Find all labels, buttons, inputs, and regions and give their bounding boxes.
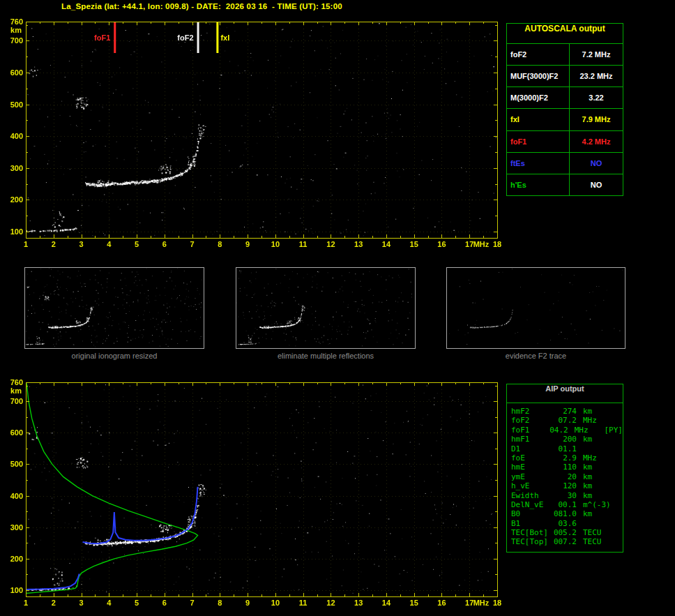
aip-row: foF104.2MHz[PY] xyxy=(511,426,623,435)
autoscala-row-label: ftEs xyxy=(507,153,570,174)
aip-row-extra xyxy=(616,435,617,444)
aip-row-unit: km xyxy=(577,472,616,481)
aip-row-extra xyxy=(616,472,617,481)
aip-row-unit: km xyxy=(577,509,616,518)
aip-row: TEC[Bot]005.2TECU xyxy=(511,528,623,537)
aip-row-unit: TECU xyxy=(577,528,616,537)
autoscala-row-label: M(3000)F2 xyxy=(507,87,570,108)
autoscala-row-value: NO xyxy=(570,153,623,174)
autoscala-row-value: NO xyxy=(570,174,623,195)
autoscala-row: h'Es NO xyxy=(507,174,623,195)
aip-row-unit: km xyxy=(577,491,616,500)
aip-row: hmF1200km xyxy=(511,435,623,444)
thumbnail-evidence-f2-trace xyxy=(446,267,625,349)
aip-row-unit: TECU xyxy=(577,537,616,546)
aip-row-name: B1 xyxy=(511,519,552,528)
aip-row-value: 00.1 xyxy=(552,500,577,509)
aip-row-name: hmF2 xyxy=(511,407,552,416)
top-ionogram-chart xyxy=(0,14,505,260)
thumbnail-caption: eliminate multiple reflections xyxy=(236,352,416,360)
aip-row-extra xyxy=(616,416,617,425)
autoscala-screen: La_Spezia (lat: +44.1, lon: 009.8) - DAT… xyxy=(0,0,675,616)
aip-row-extra xyxy=(616,500,617,509)
aip-row-unit xyxy=(577,519,616,528)
aip-row: TEC[Top]007.2TECU xyxy=(511,537,623,546)
autoscala-row-value: 4.2 MHz xyxy=(570,131,623,152)
autoscala-row: M(3000)F2 3.22 xyxy=(507,87,623,108)
autoscala-row: foF1 4.2 MHz xyxy=(507,130,623,152)
aip-row-value: 20 xyxy=(552,472,577,481)
aip-row-name: hmF1 xyxy=(511,435,552,444)
aip-row-extra xyxy=(616,407,617,416)
aip-row-name: foF2 xyxy=(511,416,552,425)
autoscala-row-value: 7.2 MHz xyxy=(570,44,623,65)
aip-row: D101.1 xyxy=(511,444,623,453)
aip-row: B103.6 xyxy=(511,519,623,528)
aip-row-extra xyxy=(616,537,617,546)
aip-row-name: ymE xyxy=(511,472,552,481)
aip-row-unit: km xyxy=(577,407,616,416)
autoscala-row-value: 23.2 MHz xyxy=(570,66,623,87)
autoscala-row: foF2 7.2 MHz xyxy=(507,43,623,65)
aip-row-value: 30 xyxy=(552,491,577,500)
aip-row: hmF2274km xyxy=(511,407,623,416)
autoscala-row: ftEs NO xyxy=(507,152,623,174)
station-header: La_Spezia (lat: +44.1, lon: 009.8) - DAT… xyxy=(61,2,342,10)
thumbnail-original-ionogram xyxy=(24,267,204,349)
aip-row-unit: m^(-3) xyxy=(577,500,616,509)
autoscala-row-label: h'Es xyxy=(507,174,570,195)
aip-row-extra xyxy=(616,444,617,453)
aip-row-unit xyxy=(577,444,616,453)
aip-row-extra: [PY] xyxy=(604,426,623,435)
aip-row-value: 04.2 xyxy=(546,426,568,435)
autoscala-title: AUTOSCALA output xyxy=(507,24,623,43)
aip-row: h_vE120km xyxy=(511,481,623,490)
autoscala-row-label: foF2 xyxy=(507,44,570,65)
aip-row-unit: km xyxy=(577,463,616,472)
aip-row-name: foF1 xyxy=(511,426,546,435)
autoscala-row-value: 3.22 xyxy=(570,87,623,108)
aip-row-value: 120 xyxy=(552,481,577,490)
aip-row-extra xyxy=(616,453,617,463)
aip-row-extra xyxy=(616,519,617,528)
aip-row-extra xyxy=(616,481,617,490)
aip-row-name: D1 xyxy=(511,444,552,453)
aip-rows: hmF2274kmfoF207.2MHzfoF104.2MHz[PY]hmF12… xyxy=(507,403,623,547)
aip-row-name: DelN_vE xyxy=(511,500,552,509)
aip-row-name: Ewidth xyxy=(511,491,552,500)
thumbnail-caption: evidence F2 trace xyxy=(446,352,625,360)
aip-row-value: 005.2 xyxy=(552,528,577,537)
aip-row-value: 01.1 xyxy=(552,444,577,453)
autoscala-row: fxI 7.9 MHz xyxy=(507,108,623,130)
aip-row-unit: MHz xyxy=(568,426,604,435)
aip-row: B0081.0km xyxy=(511,509,623,518)
aip-row-unit: MHz xyxy=(577,453,616,463)
aip-row: foF207.2MHz xyxy=(511,416,623,425)
autoscala-row-label: MUF(3000)F2 xyxy=(507,66,570,87)
aip-row-name: TEC[Top] xyxy=(511,537,552,546)
aip-row-value: 274 xyxy=(552,407,577,416)
aip-row: hmE110km xyxy=(511,463,623,472)
thumbnail-caption: original ionogram resized xyxy=(24,352,204,360)
aip-row-extra xyxy=(616,491,617,500)
autoscala-panel: AUTOSCALA output foF2 7.2 MHz MUF(3000)F… xyxy=(506,23,623,196)
autoscala-row: MUF(3000)F2 23.2 MHz xyxy=(507,65,623,87)
aip-row-name: hmE xyxy=(511,463,552,472)
aip-panel: AIP output hmF2274kmfoF207.2MHzfoF104.2M… xyxy=(506,384,623,553)
aip-row-value: 2.9 xyxy=(552,453,577,463)
aip-row-extra xyxy=(616,509,617,518)
aip-row-name: TEC[Bot] xyxy=(511,528,552,537)
aip-row: Ewidth30km xyxy=(511,491,623,500)
aip-row-name: B0 xyxy=(511,509,552,518)
aip-row-name: foE xyxy=(511,453,552,463)
aip-row-value: 081.0 xyxy=(552,509,577,518)
aip-row: DelN_vE00.1m^(-3) xyxy=(511,500,623,509)
aip-row: ymE20km xyxy=(511,472,623,481)
aip-row-unit: km xyxy=(577,481,616,490)
autoscala-row-label: foF1 xyxy=(507,131,570,152)
thumbnail-eliminate-reflections xyxy=(236,267,416,349)
aip-row-extra xyxy=(616,528,617,537)
autoscala-row-label: fxI xyxy=(507,109,570,130)
bottom-ionogram-profile-chart xyxy=(0,375,505,616)
aip-row-value: 03.6 xyxy=(552,519,577,528)
